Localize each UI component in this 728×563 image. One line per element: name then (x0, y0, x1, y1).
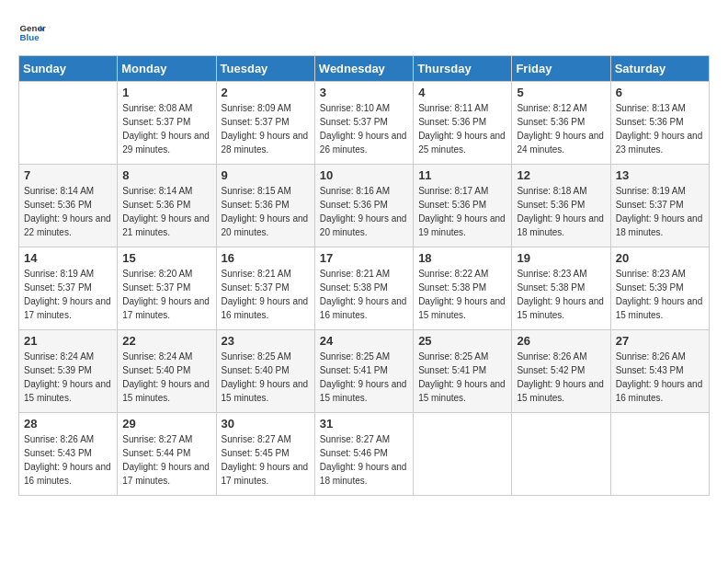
calendar-cell: 8 Sunrise: 8:14 AM Sunset: 5:36 PM Dayli… (118, 165, 216, 247)
calendar-cell: 15 Sunrise: 8:20 AM Sunset: 5:37 PM Dayl… (118, 247, 216, 330)
sunset: Sunset: 5:36 PM (222, 200, 290, 210)
day-info: Sunrise: 8:13 AM Sunset: 5:36 PM Dayligh… (616, 101, 704, 156)
daylight: Daylight: 9 hours and 18 minutes. (320, 462, 407, 486)
sunrise: Sunrise: 8:12 AM (517, 103, 586, 113)
sunrise: Sunrise: 8:21 AM (222, 269, 291, 279)
sunset: Sunset: 5:46 PM (320, 448, 388, 458)
calendar-cell: 16 Sunrise: 8:21 AM Sunset: 5:37 PM Dayl… (216, 247, 314, 330)
day-info: Sunrise: 8:09 AM Sunset: 5:37 PM Dayligh… (222, 101, 310, 156)
daylight: Daylight: 9 hours and 15 minutes. (320, 379, 407, 403)
day-number: 2 (222, 86, 310, 99)
calendar-cell: 3 Sunrise: 8:10 AM Sunset: 5:37 PM Dayli… (314, 82, 413, 165)
calendar-cell: 5 Sunrise: 8:12 AM Sunset: 5:36 PM Dayli… (512, 82, 610, 165)
day-info: Sunrise: 8:14 AM Sunset: 5:36 PM Dayligh… (24, 184, 112, 239)
calendar-cell: 11 Sunrise: 8:17 AM Sunset: 5:36 PM Dayl… (414, 165, 512, 247)
calendar-cell: 28 Sunrise: 8:26 AM Sunset: 5:43 PM Dayl… (19, 413, 118, 496)
day-number: 24 (320, 334, 408, 348)
day-number: 25 (418, 334, 506, 348)
sunrise: Sunrise: 8:25 AM (418, 351, 488, 362)
calendar-week-row: 1 Sunrise: 8:08 AM Sunset: 5:37 PM Dayli… (19, 82, 710, 165)
daylight: Daylight: 9 hours and 16 minutes. (222, 296, 309, 320)
sunrise: Sunrise: 8:26 AM (517, 351, 586, 362)
day-number: 14 (24, 251, 112, 265)
day-info: Sunrise: 8:24 AM Sunset: 5:40 PM Dayligh… (122, 350, 210, 405)
sunset: Sunset: 5:36 PM (517, 117, 585, 127)
sunrise: Sunrise: 8:24 AM (122, 351, 192, 362)
calendar-cell (610, 413, 709, 496)
daylight: Daylight: 9 hours and 15 minutes. (517, 296, 604, 320)
day-info: Sunrise: 8:25 AM Sunset: 5:41 PM Dayligh… (418, 350, 506, 405)
sunset: Sunset: 5:38 PM (517, 282, 585, 293)
day-number: 4 (418, 86, 506, 99)
sunset: Sunset: 5:41 PM (418, 365, 486, 375)
svg-text:Blue: Blue (20, 32, 40, 42)
calendar-cell: 18 Sunrise: 8:22 AM Sunset: 5:38 PM Dayl… (414, 247, 512, 330)
sunrise: Sunrise: 8:15 AM (222, 186, 291, 196)
sunrise: Sunrise: 8:20 AM (122, 269, 192, 279)
daylight: Daylight: 9 hours and 16 minutes. (320, 296, 407, 320)
daylight: Daylight: 9 hours and 17 minutes. (122, 462, 210, 486)
calendar-cell: 27 Sunrise: 8:26 AM Sunset: 5:43 PM Dayl… (610, 330, 709, 413)
sunrise: Sunrise: 8:13 AM (616, 103, 686, 113)
day-info: Sunrise: 8:19 AM Sunset: 5:37 PM Dayligh… (616, 184, 704, 239)
calendar-cell: 12 Sunrise: 8:18 AM Sunset: 5:36 PM Dayl… (512, 165, 610, 247)
logo: General Blue (18, 18, 46, 46)
sunset: Sunset: 5:44 PM (122, 448, 190, 458)
daylight: Daylight: 9 hours and 18 minutes. (517, 213, 604, 237)
sunset: Sunset: 5:36 PM (517, 200, 585, 210)
day-info: Sunrise: 8:18 AM Sunset: 5:36 PM Dayligh… (517, 184, 605, 239)
calendar-week-row: 28 Sunrise: 8:26 AM Sunset: 5:43 PM Dayl… (19, 413, 710, 496)
day-number: 19 (517, 251, 605, 265)
logo-icon: General Blue (18, 18, 46, 46)
calendar-cell: 14 Sunrise: 8:19 AM Sunset: 5:37 PM Dayl… (19, 247, 118, 330)
day-number: 7 (24, 168, 112, 182)
calendar-cell: 19 Sunrise: 8:23 AM Sunset: 5:38 PM Dayl… (512, 247, 610, 330)
sunrise: Sunrise: 8:10 AM (320, 103, 390, 113)
day-number: 31 (320, 417, 408, 431)
sunrise: Sunrise: 8:22 AM (418, 269, 488, 279)
day-number: 27 (616, 334, 704, 348)
day-number: 10 (320, 168, 408, 182)
daylight: Daylight: 9 hours and 26 minutes. (320, 131, 407, 155)
sunset: Sunset: 5:43 PM (24, 448, 92, 458)
day-number: 22 (122, 334, 210, 348)
daylight: Daylight: 9 hours and 29 minutes. (122, 131, 210, 155)
day-info: Sunrise: 8:10 AM Sunset: 5:37 PM Dayligh… (320, 101, 408, 156)
daylight: Daylight: 9 hours and 23 minutes. (616, 131, 703, 155)
daylight: Daylight: 9 hours and 17 minutes. (24, 296, 111, 320)
calendar-cell: 22 Sunrise: 8:24 AM Sunset: 5:40 PM Dayl… (118, 330, 216, 413)
day-info: Sunrise: 8:21 AM Sunset: 5:37 PM Dayligh… (222, 267, 310, 322)
calendar-cell (512, 413, 610, 496)
sunset: Sunset: 5:37 PM (122, 282, 190, 293)
day-info: Sunrise: 8:27 AM Sunset: 5:46 PM Dayligh… (320, 432, 408, 488)
daylight: Daylight: 9 hours and 20 minutes. (222, 213, 309, 237)
day-info: Sunrise: 8:25 AM Sunset: 5:40 PM Dayligh… (222, 350, 310, 405)
day-info: Sunrise: 8:27 AM Sunset: 5:45 PM Dayligh… (222, 432, 310, 488)
day-info: Sunrise: 8:26 AM Sunset: 5:43 PM Dayligh… (24, 432, 112, 488)
sunrise: Sunrise: 8:25 AM (222, 351, 291, 362)
day-info: Sunrise: 8:21 AM Sunset: 5:38 PM Dayligh… (320, 267, 408, 322)
calendar-cell: 25 Sunrise: 8:25 AM Sunset: 5:41 PM Dayl… (414, 330, 512, 413)
sunrise: Sunrise: 8:16 AM (320, 186, 390, 196)
sunset: Sunset: 5:43 PM (616, 365, 684, 375)
weekday-header-monday: Monday (118, 56, 216, 82)
calendar-cell: 20 Sunrise: 8:23 AM Sunset: 5:39 PM Dayl… (610, 247, 709, 330)
sunset: Sunset: 5:38 PM (418, 282, 486, 293)
weekday-header-tuesday: Tuesday (216, 56, 314, 82)
day-info: Sunrise: 8:26 AM Sunset: 5:43 PM Dayligh… (616, 350, 704, 405)
calendar-cell: 17 Sunrise: 8:21 AM Sunset: 5:38 PM Dayl… (314, 247, 413, 330)
sunrise: Sunrise: 8:27 AM (122, 434, 192, 444)
calendar-cell: 31 Sunrise: 8:27 AM Sunset: 5:46 PM Dayl… (314, 413, 413, 496)
calendar-cell: 9 Sunrise: 8:15 AM Sunset: 5:36 PM Dayli… (216, 165, 314, 247)
sunset: Sunset: 5:40 PM (122, 365, 190, 375)
page-header: General Blue (18, 18, 710, 46)
weekday-header-friday: Friday (512, 56, 610, 82)
daylight: Daylight: 9 hours and 21 minutes. (122, 213, 210, 237)
day-number: 18 (418, 251, 506, 265)
calendar-cell (414, 413, 512, 496)
sunset: Sunset: 5:37 PM (616, 200, 684, 210)
sunrise: Sunrise: 8:27 AM (222, 434, 291, 444)
sunrise: Sunrise: 8:14 AM (24, 186, 94, 196)
sunrise: Sunrise: 8:08 AM (122, 103, 192, 113)
day-number: 26 (517, 334, 605, 348)
